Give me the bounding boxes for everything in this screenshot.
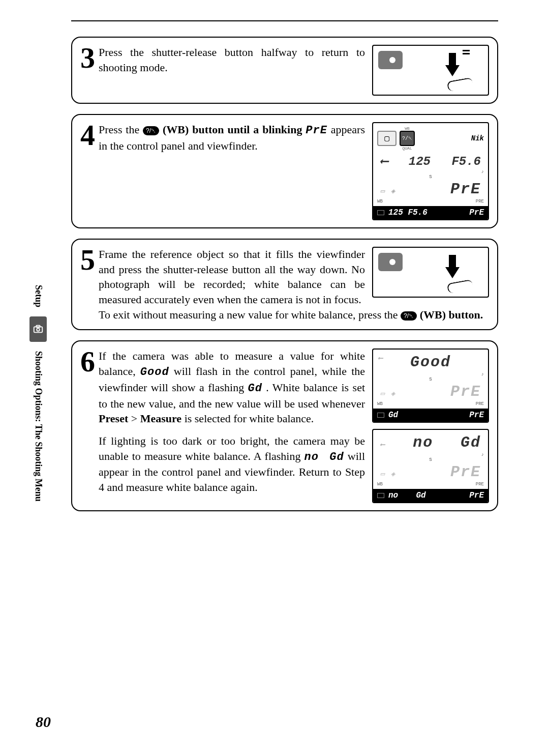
camera-icon xyxy=(378,51,403,69)
control-panel-lcd-nogd: ⟵ no Gd ♪ S ▭ ◈ PrE WB PRE no Gd xyxy=(372,429,489,503)
viewfinder-bar-nogd: no Gd PrE xyxy=(373,489,488,502)
svg-point-1 xyxy=(37,328,40,331)
step-3-box: 3 Press the shutter-release button halfw… xyxy=(71,37,498,104)
pre-indicator: PrE xyxy=(306,124,327,137)
top-rule xyxy=(71,20,498,21)
page-number: 80 xyxy=(36,713,51,731)
step-5-illustration xyxy=(372,247,489,307)
step-3-illustration xyxy=(372,45,489,96)
control-panel-lcd: ▢ WB ?/␡ QUAL Nik ⟵ 125 F5.6 ♪ S ▭ ◈ xyxy=(372,122,489,220)
viewfinder-bar: 125 F5.6 PrE xyxy=(373,206,488,219)
arrow-down-icon xyxy=(445,252,460,278)
wb-small-icon: ?/␡ xyxy=(400,131,415,146)
shooting-menu-tab-icon xyxy=(29,316,47,342)
step-5-text-2: To exit without measuring a new value fo… xyxy=(99,307,489,323)
step-5-number: 5 xyxy=(80,247,99,307)
shutter-halfpress-diagram xyxy=(372,45,489,96)
gd-indicator: Gd xyxy=(248,382,262,395)
shutter-fullpress-diagram xyxy=(372,247,489,298)
viewfinder-bar-good: Gd PrE xyxy=(373,409,488,422)
gd-indicator: Gd xyxy=(329,451,344,463)
sidebar-label-section: Shooting Options: The Shooting Menu xyxy=(33,351,44,502)
arrow-down-icon xyxy=(445,50,460,76)
step-4-box: 4 Press the ?/␡ (WB) button until a blin… xyxy=(71,114,498,228)
control-panel-lcd-good: ⟵ Good ♪ S ▭ ◈ PrE WB PRE Gd PrE xyxy=(372,348,489,423)
finger-icon xyxy=(447,77,474,92)
step-3-text: Press the shutter-release button halfway… xyxy=(99,45,365,75)
step-3-number: 3 xyxy=(80,45,99,71)
step-6-illustration: ⟵ Good ♪ S ▭ ◈ PrE WB PRE Gd PrE xyxy=(372,348,489,503)
wb-button-icon: ?/␡ xyxy=(401,311,417,321)
step-4-number: 4 xyxy=(80,122,99,149)
finger-icon xyxy=(447,279,474,294)
wb-button-icon: ?/␡ xyxy=(143,126,159,135)
step-5-box: 5 Frame the reference object so that it … xyxy=(71,239,498,330)
step-6-text: If the camera was able to measure a valu… xyxy=(99,348,365,503)
sidebar-label-setup: Setup xyxy=(33,285,44,307)
step-4-illustration: ▢ WB ?/␡ QUAL Nik ⟵ 125 F5.6 ♪ S ▭ ◈ xyxy=(372,122,489,220)
step-4-text: Press the ?/␡ (WB) button until a blinki… xyxy=(99,122,365,153)
good-indicator: Good xyxy=(140,366,169,379)
manual-page: 3 Press the shutter-release button halfw… xyxy=(0,0,549,756)
no-indicator: no xyxy=(304,451,319,463)
camera-icon xyxy=(378,253,403,271)
side-tab-area: Setup Shooting Options: The Shooting Men… xyxy=(30,285,46,502)
step-5-text-1: Frame the reference object so that it fi… xyxy=(99,247,365,307)
camera-small-icon: ▢ xyxy=(377,131,396,146)
step-6-box: 6 If the camera was able to measure a va… xyxy=(71,340,498,511)
step-6-number: 6 xyxy=(80,348,99,503)
